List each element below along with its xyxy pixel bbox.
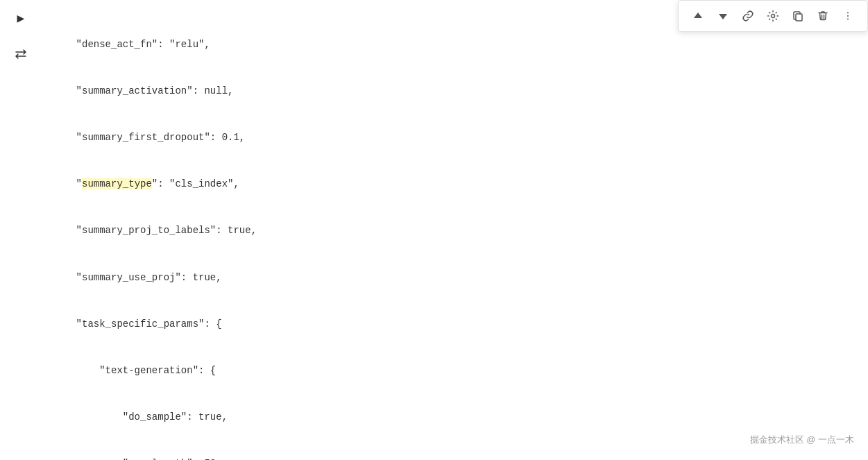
copy-icon — [792, 10, 804, 22]
more-button[interactable] — [837, 5, 859, 27]
code-line-8: "do_sample": true, — [53, 409, 857, 425]
code-line-4: "summary_proj_to_labels": true, — [53, 223, 857, 238]
code-line-9: "max_length": 50 — [53, 456, 857, 460]
more-icon — [842, 10, 854, 22]
link-icon — [742, 10, 754, 22]
top-toolbar — [678, 0, 868, 32]
svg-point-3 — [847, 15, 849, 17]
play-button[interactable]: ▶ — [8, 6, 33, 31]
settings-icon — [767, 10, 779, 22]
code-line-6: "task_specific_params": { — [53, 316, 857, 332]
code-line-2: "summary_first_dropout": 0.1, — [53, 130, 857, 145]
svg-point-0 — [772, 15, 775, 18]
svg-rect-1 — [796, 14, 802, 21]
svg-point-4 — [847, 19, 849, 20]
up-icon — [692, 10, 704, 22]
down-icon — [717, 10, 729, 22]
highlighted-summary-type: summary_type — [82, 178, 152, 189]
delete-icon — [817, 10, 829, 22]
main-container: ▶ — [0, 0, 868, 460]
code-block: "dense_act_fn": "relu", "summary_activat… — [53, 6, 857, 460]
link-button[interactable] — [737, 5, 759, 27]
delete-button[interactable] — [812, 5, 834, 27]
left-toolbar: ▶ — [0, 0, 42, 460]
watermark: 掘金技术社区 @ 一点一木 — [750, 434, 854, 446]
scroll-up-button[interactable] — [687, 5, 709, 27]
code-line-0: "dense_act_fn": "relu", — [53, 37, 857, 52]
watermark-text: 掘金技术社区 @ 一点一木 — [750, 434, 854, 445]
scroll-down-button[interactable] — [712, 5, 734, 27]
settings-button[interactable] — [762, 5, 784, 27]
code-line-1: "summary_activation": null, — [53, 83, 857, 99]
copy-button[interactable] — [787, 5, 809, 27]
code-area: "dense_act_fn": "relu", "summary_activat… — [42, 0, 868, 460]
code-line-5: "summary_use_proj": true, — [53, 270, 857, 285]
swap-icon — [14, 47, 28, 61]
code-line-7: "text-generation": { — [53, 363, 857, 378]
code-line-3: "summary_type": "cls_index", — [53, 176, 857, 191]
svg-point-2 — [847, 12, 849, 14]
swap-button[interactable] — [8, 42, 33, 67]
